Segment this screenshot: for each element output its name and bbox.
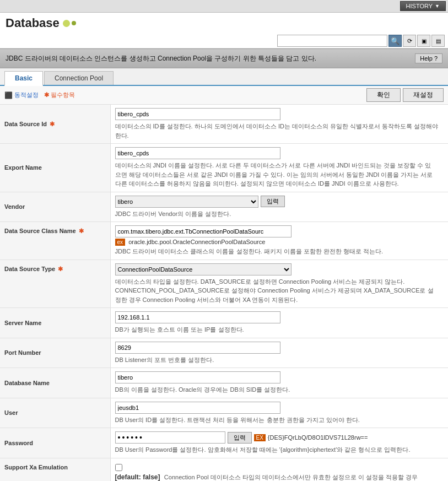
required-icon: ✱ — [44, 91, 49, 99]
required-star: ✱ — [58, 266, 63, 272]
tab-connection-pool[interactable]: Connection Pool — [44, 71, 114, 85]
help-button[interactable]: Help ? — [415, 53, 442, 63]
data-source-type-desc: 데이터소스의 타입을 설정한다. DATA_SOURCE로 설정하면 Conne… — [115, 277, 435, 305]
value-server-name: DB가 실행되는 호스트 이름 또는 IP를 설정한다. — [110, 308, 448, 338]
user-desc: DB User의 ID를 설정한다. 트랜잭션 처리 등을 위해서는 충분한 권… — [115, 415, 444, 425]
vendor-select[interactable]: tibero — [115, 196, 258, 208]
table-row: Support Xa Emulation [default: false] Co… — [0, 458, 448, 481]
vendor-input-button[interactable]: 입력 — [261, 196, 285, 207]
confirm-button[interactable]: 확인 — [366, 88, 401, 102]
port-number-desc: DB Listener의 포트 번호를 설정한다. — [115, 355, 444, 365]
enc-hint-label: EX — [254, 434, 266, 441]
table-row: Server Name DB가 실행되는 호스트 이름 또는 IP를 설정한다. — [0, 308, 448, 338]
label-data-source-type: Data Source Type ✱ — [0, 260, 110, 308]
value-vendor: tibero 입력 JDBC 드라이버 Vendor의 이름을 설정한다. — [110, 192, 448, 222]
value-data-source-type: ConnectionPoolDataSource DATA_SOURCE XA_… — [110, 260, 448, 308]
search-button[interactable]: 🔍 — [388, 35, 402, 47]
user-input[interactable] — [115, 402, 280, 414]
tab-bar: Basic Connection Pool — [0, 68, 448, 86]
password-desc: DB User의 Password를 설정한다. 암호화해서 저장할 때에는 '… — [115, 445, 435, 455]
history-label: HISTORY — [406, 3, 433, 9]
label-data-source-class-name: Data Source Class Name ✱ — [0, 222, 110, 260]
page-title: Database — [6, 16, 60, 30]
label-data-source-id: Data Source Id ✱ — [0, 105, 110, 144]
dynamic-setting-indicator: ⬛ 동적설정 — [4, 91, 39, 99]
table-row: Password 입력 EX {DES}FQrLbQ/D8O1lDVS71L28… — [0, 428, 448, 458]
support-xa-checkbox[interactable] — [115, 464, 122, 471]
vendor-desc: JDBC 드라이버 Vendor의 이름을 설정한다. — [115, 209, 444, 219]
class-name-desc: JDBC 드라이버 데이터소스 클래스의 이름을 설정한다. 패키지 이름을 포… — [115, 247, 444, 256]
value-data-source-class-name: ex oracle.jdbc.pool.OracleConnectionPool… — [110, 222, 448, 260]
form-table: Data Source Id ✱ 데이터소스의 ID를 설정한다. 하나의 도메… — [0, 105, 448, 481]
history-button[interactable]: HISTORY ▼ — [400, 1, 446, 11]
required-indicator: ✱ 필수항목 — [44, 91, 75, 99]
icon-btn-1[interactable]: ▣ — [417, 35, 430, 47]
data-source-id-input[interactable] — [115, 108, 280, 120]
label-user: User — [0, 398, 110, 428]
label-vendor: Vendor — [0, 192, 110, 222]
refresh-button[interactable]: ⟳ — [403, 35, 416, 47]
title-decoration-1 — [63, 20, 70, 27]
value-database-name: DB의 이름을 설정한다. Oracle의 경우에는 DB의 SID를 설정한다… — [110, 368, 448, 398]
enc-hint-text: {DES}FQrLbQ/D8O1lDVS71L28rw== — [268, 434, 368, 441]
history-arrow-icon: ▼ — [435, 3, 440, 9]
toolbar: ⬛ 동적설정 ✱ 필수항목 확인 재설정 — [0, 86, 448, 105]
label-server-name: Server Name — [0, 308, 110, 338]
value-port-number: DB Listener의 포트 번호를 설정한다. — [110, 338, 448, 368]
table-row: Data Source Type ✱ ConnectionPoolDataSou… — [0, 260, 448, 308]
table-row: Database Name DB의 이름을 설정한다. Oracle의 경우에는… — [0, 368, 448, 398]
data-source-type-select[interactable]: ConnectionPoolDataSource DATA_SOURCE XA_… — [115, 263, 292, 275]
support-xa-desc: Connection Pool 데이터소스 타입의 데이터소스에서만 유효한 설… — [115, 474, 444, 482]
value-user: DB User의 ID를 설정한다. 트랜잭션 처리 등을 위해서는 충분한 권… — [110, 398, 448, 428]
dynamic-icon: ⬛ — [4, 91, 13, 99]
class-hint-text: oracle.jdbc.pool.OracleConnectionPoolDat… — [128, 239, 265, 245]
label-support-xa: Support Xa Emulation — [0, 458, 110, 481]
reset-button[interactable]: 재설정 — [403, 88, 444, 102]
label-port-number: Port Number — [0, 338, 110, 368]
server-name-input[interactable] — [115, 311, 280, 323]
icon-btn-2[interactable]: ▤ — [431, 35, 445, 47]
table-row: Data Source Id ✱ 데이터소스의 ID를 설정한다. 하나의 도메… — [0, 105, 448, 144]
table-row: Export Name 데이터소스의 JNDI 이름을 설정한다. 서로 다른 … — [0, 144, 448, 192]
export-name-desc: 데이터소스의 JNDI 이름을 설정한다. 서로 다른 두 데이터소스가 서로 … — [115, 161, 435, 188]
table-row: Port Number DB Listener의 포트 번호를 설정한다. — [0, 338, 448, 368]
password-input-button[interactable]: 입력 — [228, 432, 252, 444]
default-false-label: [default: false] — [115, 473, 160, 481]
value-export-name: 데이터소스의 JNDI 이름을 설정한다. 서로 다른 두 데이터소스가 서로 … — [110, 144, 448, 192]
required-star: ✱ — [79, 228, 84, 234]
table-row: Vendor tibero 입력 JDBC 드라이버 Vendor의 이름을 설… — [0, 192, 448, 222]
data-source-class-name-input[interactable] — [115, 225, 292, 237]
export-name-input[interactable] — [115, 147, 280, 159]
port-number-input[interactable] — [115, 342, 280, 354]
tab-basic[interactable]: Basic — [4, 71, 43, 86]
required-star: ✱ — [50, 121, 55, 127]
title-decoration-2 — [72, 21, 76, 25]
table-row: User DB User의 ID를 설정한다. 트랜잭션 처리 등을 위해서는 … — [0, 398, 448, 428]
password-input[interactable] — [115, 431, 225, 444]
label-export-name: Export Name — [0, 144, 110, 192]
search-input[interactable] — [277, 35, 387, 47]
label-database-name: Database Name — [0, 368, 110, 398]
info-banner: JDBC 드라이버의 데이터소스 인스턴스를 생성하고 Connection P… — [0, 48, 448, 68]
value-password: 입력 EX {DES}FQrLbQ/D8O1lDVS71L28rw== DB U… — [110, 428, 448, 458]
data-source-id-desc: 데이터소스의 ID를 설정한다. 하나의 도메인에서 데이터소스 ID는 데이터… — [115, 122, 444, 140]
info-banner-text: JDBC 드라이버의 데이터소스 인스턴스를 생성하고 Connection P… — [6, 54, 316, 63]
label-password: Password — [0, 428, 110, 458]
value-data-source-id: 데이터소스의 ID를 설정한다. 하나의 도메인에서 데이터소스 ID는 데이터… — [110, 105, 448, 144]
database-name-desc: DB의 이름을 설정한다. Oracle의 경우에는 DB의 SID를 설정한다… — [115, 385, 444, 394]
value-support-xa: [default: false] Connection Pool 데이터소스 타… — [110, 458, 448, 481]
table-row: Data Source Class Name ✱ ex oracle.jdbc.… — [0, 222, 448, 260]
database-name-input[interactable] — [115, 371, 280, 383]
server-name-desc: DB가 실행되는 호스트 이름 또는 IP를 설정한다. — [115, 325, 444, 334]
class-hint-label: ex — [115, 239, 126, 246]
